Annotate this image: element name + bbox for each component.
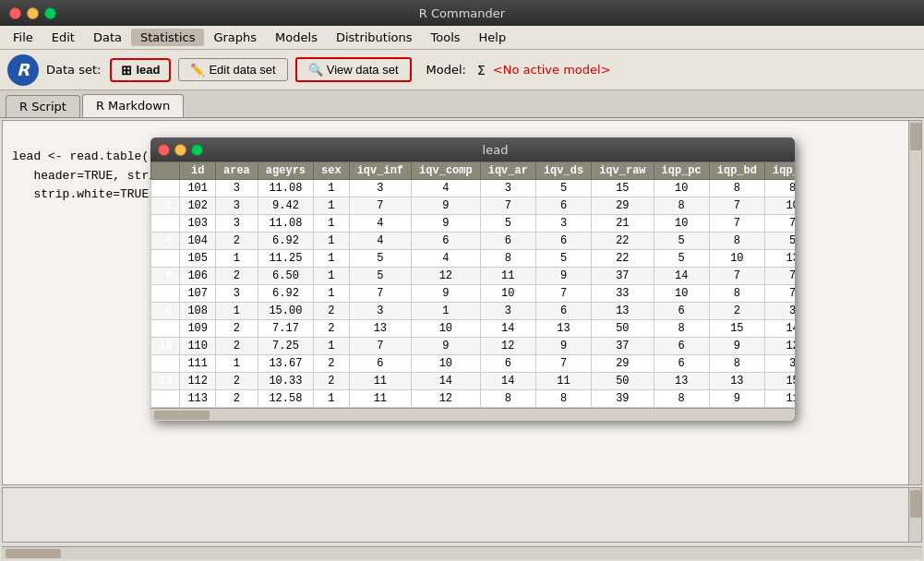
table-header: idareaageyrssexiqv_infiqv_compiqv_ariqv_… (151, 162, 796, 180)
table-row: 1101311.0813435151088 (151, 180, 796, 197)
edit-data-button[interactable]: ✏️ Edit data set (178, 58, 287, 81)
dataset-name: lead (136, 63, 160, 77)
output-v-thumb[interactable] (910, 490, 921, 518)
menu-models[interactable]: Models (266, 29, 327, 46)
view-data-button[interactable]: 🔍 View data set (295, 57, 412, 82)
dataset-label: Data set: (46, 63, 101, 77)
tab-rscript[interactable]: R Script (6, 95, 80, 117)
vertical-scrollbar[interactable] (908, 121, 921, 484)
minimize-btn[interactable] (27, 7, 39, 19)
tab-rmarkdown[interactable]: R Markdown (82, 94, 184, 117)
close-btn[interactable] (9, 7, 21, 19)
table-row: 1011027.25179129376912 (151, 338, 796, 355)
tabs: R Script R Markdown (0, 90, 924, 118)
table-row: 8108115.002313613623 (151, 303, 796, 320)
table-row: 710736.92179107331087 (151, 285, 796, 303)
data-table: idareaageyrssexiqv_infiqv_compiqv_ariqv_… (150, 161, 795, 408)
popup-close[interactable] (158, 144, 170, 156)
menu-edit[interactable]: Edit (42, 29, 84, 46)
v-scrollbar-thumb[interactable] (910, 123, 921, 150)
menu-data[interactable]: Data (84, 29, 131, 46)
data-popup: lead idareaageyrssexiqv_infiqv_compiqv_a… (150, 137, 795, 421)
h-scrollbar-thumb[interactable] (154, 411, 210, 420)
menu-graphs[interactable]: Graphs (204, 29, 266, 46)
menu-help[interactable]: Help (470, 29, 516, 46)
table-row: 3103311.0814953211077 (151, 215, 796, 233)
table-body: 1101311.0813435151088210239.421797629871… (151, 180, 796, 408)
menu-distributions[interactable]: Distributions (327, 29, 422, 46)
popup-max[interactable] (191, 144, 203, 156)
table-row: 410426.921466622585 (151, 233, 796, 250)
bottom-scrollbar[interactable] (2, 546, 922, 559)
title-bar: R Commander (0, 0, 924, 26)
script-pane: lead <- read.table("/home/brian/Document… (2, 120, 922, 485)
table-row: 610626.501512119371477 (151, 268, 796, 285)
popup-controls[interactable] (158, 144, 203, 156)
main-content: lead <- read.table("/home/brian/Document… (0, 118, 924, 561)
table-icon: ⊞ (121, 63, 132, 78)
sigma-icon: Σ (477, 63, 486, 78)
view-icon: 🔍 (308, 63, 323, 77)
edit-icon: ✏️ (190, 63, 205, 77)
table-row: 5105111.25154852251013 (151, 250, 796, 268)
bottom-h-thumb[interactable] (6, 549, 61, 558)
menu-file[interactable]: File (4, 29, 42, 46)
table-row: 12112210.3321114141150131315 (151, 373, 796, 390)
popup-content: idareaageyrssexiqv_infiqv_compiqv_ariqv_… (150, 161, 795, 421)
menu-bar: File Edit Data Statistics Graphs Models … (0, 26, 924, 50)
output-scrollbar-v[interactable] (908, 488, 921, 542)
dataset-button[interactable]: ⊞ lead (110, 58, 171, 82)
menu-tools[interactable]: Tools (422, 29, 470, 46)
output-area (2, 487, 922, 543)
menu-statistics[interactable]: Statistics (131, 29, 204, 46)
toolbar: R Data set: ⊞ lead ✏️ Edit data set 🔍 Vi… (0, 50, 924, 90)
horizontal-scrollbar[interactable] (150, 408, 795, 421)
popup-titlebar: lead (150, 137, 795, 161)
window-title: R Commander (419, 6, 505, 20)
table-row: 910927.172131014135081514 (151, 320, 796, 338)
window-controls[interactable] (9, 7, 56, 19)
popup-min[interactable] (174, 144, 186, 156)
model-label: Model: (426, 63, 466, 77)
table-row: 13113212.581111288398911 (151, 390, 796, 408)
table-row: 11111113.6726106729683 (151, 355, 796, 373)
popup-title: lead (203, 143, 787, 157)
table-row: 210239.4217976298710 (151, 197, 796, 215)
maximize-btn[interactable] (44, 7, 56, 19)
r-logo: R (7, 54, 39, 86)
model-value: <No active model> (493, 63, 611, 77)
